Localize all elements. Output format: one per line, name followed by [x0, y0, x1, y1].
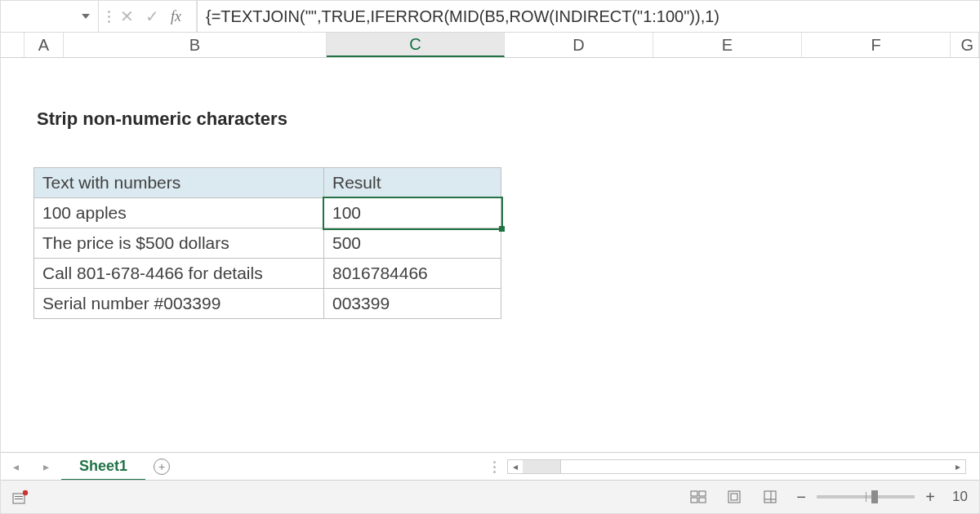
zoom-knob[interactable] [871, 490, 878, 503]
cell-b8[interactable]: Serial number #003399 [34, 289, 324, 319]
cell-c5[interactable]: 100 [324, 198, 501, 228]
fx-icon[interactable]: fx [171, 8, 181, 25]
name-box-dropdown-icon [82, 14, 90, 19]
column-header-g[interactable]: G [951, 33, 979, 57]
zoom-tick [866, 492, 866, 502]
sheet-tab-bar: ◂ ▸ Sheet1 + ◂ ▸ [1, 452, 979, 481]
svg-rect-10 [764, 491, 776, 503]
svg-rect-8 [728, 491, 740, 503]
formula-bar: ✕ ✓ fx {=TEXTJOIN("",TRUE,IFERROR(MID(B5… [1, 1, 979, 33]
status-bar: − + 10 [1, 480, 979, 513]
scroll-thumb[interactable] [523, 460, 561, 473]
cell-c7[interactable]: 8016784466 [324, 259, 501, 289]
cancel-edit-icon[interactable]: ✕ [120, 7, 134, 26]
cell-b4[interactable]: Text with numbers [34, 168, 324, 198]
scroll-left-icon[interactable]: ◂ [508, 461, 523, 472]
column-headers: A B C D E F G [1, 33, 979, 58]
sheet-tab-active[interactable]: Sheet1 [61, 453, 145, 481]
formula-controls: ✕ ✓ fx [99, 1, 197, 32]
table-row: Call 801-678-4466 for details 8016784466 [34, 259, 501, 289]
svg-rect-4 [691, 491, 697, 496]
tab-splitter-icon[interactable] [493, 461, 496, 473]
svg-rect-1 [15, 496, 23, 497]
cell-c6[interactable]: 500 [324, 228, 501, 259]
cell-c4[interactable]: Result [324, 168, 501, 198]
svg-rect-2 [15, 498, 23, 499]
formula-expand-icon[interactable] [107, 11, 110, 23]
page-title: Strip non-numeric characters [37, 109, 287, 130]
zoom-in-button[interactable]: + [924, 488, 936, 507]
column-header-e[interactable]: E [653, 33, 802, 57]
cell-b7[interactable]: Call 801-678-4466 for details [34, 259, 324, 289]
cell-b6[interactable]: The price is $500 dollars [34, 228, 324, 259]
column-header-c[interactable]: C [327, 33, 505, 57]
column-header-f[interactable]: F [802, 33, 951, 57]
sheet-nav[interactable]: ◂ ▸ [1, 453, 61, 481]
zoom-out-button[interactable]: − [795, 488, 807, 507]
plus-icon: + [154, 459, 170, 475]
svg-point-3 [23, 490, 28, 495]
data-table: Text with numbers Result 100 apples 100 … [33, 167, 501, 319]
zoom-value[interactable]: 10 [952, 489, 968, 505]
svg-rect-5 [699, 491, 706, 496]
excel-window: ✕ ✓ fx {=TEXTJOIN("",TRUE,IFERROR(MID(B5… [0, 0, 980, 514]
svg-rect-6 [691, 498, 697, 503]
view-page-break-icon[interactable] [760, 488, 781, 506]
new-sheet-button[interactable]: + [145, 453, 178, 481]
formula-input[interactable]: {=TEXTJOIN("",TRUE,IFERROR(MID(B5,ROW(IN… [197, 1, 979, 32]
column-header-a[interactable]: A [24, 33, 64, 57]
svg-rect-7 [699, 498, 706, 503]
accept-edit-icon[interactable]: ✓ [145, 7, 159, 26]
view-page-layout-icon[interactable] [724, 488, 745, 506]
column-header-d[interactable]: D [505, 33, 653, 57]
column-header-b[interactable]: B [64, 33, 327, 57]
scroll-right-icon[interactable]: ▸ [951, 461, 965, 472]
horizontal-scrollbar[interactable]: ◂ ▸ [507, 459, 966, 474]
name-box[interactable] [1, 1, 99, 32]
macro-record-icon[interactable] [12, 490, 30, 504]
table-row: 100 apples 100 [34, 198, 501, 228]
table-row: Serial number #003399 003399 [34, 289, 501, 319]
scroll-track[interactable] [523, 460, 951, 473]
zoom-slider[interactable] [817, 495, 915, 498]
worksheet-grid[interactable]: Strip non-numeric characters Text with n… [1, 58, 979, 433]
table-row: The price is $500 dollars 500 [34, 228, 501, 259]
cell-b5[interactable]: 100 apples [34, 198, 324, 228]
view-normal-icon[interactable] [688, 488, 709, 506]
table-header-row: Text with numbers Result [34, 168, 501, 198]
sheet-nav-prev-icon[interactable]: ◂ [13, 460, 19, 473]
zoom-control: − + 10 [795, 488, 968, 507]
cell-c8[interactable]: 003399 [324, 289, 501, 319]
svg-rect-9 [731, 494, 737, 500]
sheet-nav-next-icon[interactable]: ▸ [43, 460, 49, 473]
select-all-corner[interactable] [1, 33, 24, 57]
